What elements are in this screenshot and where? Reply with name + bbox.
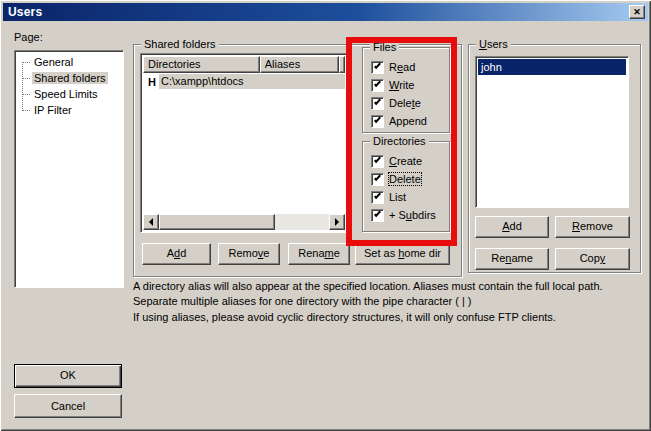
page-label: Page: [14,31,43,43]
directory-row[interactable]: H C:\xampp\htdocs [143,74,345,89]
checkbox-dirs-create[interactable]: Create [371,153,422,169]
alias-help-text: A directory alias will also appear at th… [133,279,649,309]
left-arrow-icon [149,218,153,226]
checkbox-icon[interactable] [371,173,384,186]
window-title: Users [3,5,42,19]
users-group-label: Users [476,37,511,51]
files-permissions-group: Files Read Write Delete Append [362,47,450,133]
home-dir-marker: H [148,76,159,88]
checkmark-icon [374,191,381,198]
page-item-general[interactable]: General [32,54,123,70]
add-user-button[interactable]: Add [475,216,549,238]
users-dialog: { "window": { "title": "Users", "close_g… [0,0,651,431]
cancel-button[interactable]: Cancel [14,394,122,418]
cyclic-help-text: If using aliases, please avoid cyclic di… [133,310,649,325]
checkbox-files-write[interactable]: Write [371,77,414,93]
checkmark-icon [374,79,381,86]
checkmark-icon [374,155,381,162]
tree-rail [22,62,23,111]
column-header-filler [339,56,345,73]
checkmark-icon [374,97,381,104]
checkbox-icon[interactable] [371,191,384,204]
checkbox-files-delete[interactable]: Delete [371,95,421,111]
checkmark-icon [374,61,381,68]
remove-directory-button[interactable]: Remove [218,243,280,265]
ok-button[interactable]: OK [14,364,122,388]
horizontal-scrollbar[interactable] [143,214,345,230]
close-button[interactable]: ✕ [629,5,645,19]
add-directory-button[interactable]: Add [142,243,211,265]
scrollbar-thumb[interactable] [159,214,275,230]
checkbox-dirs-delete[interactable]: Delete [371,171,421,187]
checkbox-dirs-list[interactable]: List [371,189,406,205]
users-group: Users john Add Remove Rename Copy [468,44,641,273]
close-icon: ✕ [633,8,641,17]
rename-user-button[interactable]: Rename [475,248,549,270]
copy-user-button[interactable]: Copy [555,248,630,270]
checkbox-files-append[interactable]: Append [371,113,427,129]
tree-connector-icon [22,94,30,95]
user-item-john[interactable]: john [478,59,626,75]
files-group-label: Files [370,40,399,54]
rename-directory-button[interactable]: Rename [288,243,350,265]
directories-permissions-group: Directories Create Delete List + Subdirs [362,141,450,232]
dialog-frame: Users ✕ Page: General Shared folders Spe… [0,0,651,431]
directories-listview[interactable]: Directories Aliases H C:\xampp\htdocs [140,53,348,233]
users-list[interactable]: john [475,56,629,208]
column-header-aliases[interactable]: Aliases [260,56,339,73]
page-tree: General Shared folders Speed Limits IP F… [14,50,124,288]
page-item-ip-filter[interactable]: IP Filter [32,102,123,118]
checkbox-icon[interactable] [371,79,384,92]
tree-connector-icon [22,78,30,79]
right-arrow-icon [335,218,339,226]
checkbox-icon[interactable] [371,209,384,222]
tree-connector-icon [22,62,30,63]
shared-folders-group-label: Shared folders [141,37,219,51]
checkmark-icon [374,173,381,180]
title-bar: Users ✕ [3,3,648,21]
column-header-directories[interactable]: Directories [143,56,260,73]
scroll-right-button[interactable] [329,214,345,230]
page-item-speed-limits[interactable]: Speed Limits [32,86,123,102]
remove-user-button[interactable]: Remove [555,216,630,238]
checkbox-files-read[interactable]: Read [371,59,415,75]
checkmark-icon [374,115,381,122]
tree-connector-icon [22,110,30,111]
listview-header-row: Directories Aliases [143,56,345,73]
page-item-shared-folders[interactable]: Shared folders [32,70,123,86]
checkbox-dirs-subdirs[interactable]: + Subdirs [371,207,436,223]
checkbox-icon[interactable] [371,115,384,128]
directory-path: C:\xampp\htdocs [159,74,345,89]
directories-group-label: Directories [370,134,429,148]
checkbox-icon[interactable] [371,61,384,74]
checkmark-icon [374,209,381,216]
set-as-home-dir-button[interactable]: Set as home dir [355,243,450,265]
checkbox-icon[interactable] [371,97,384,110]
checkbox-icon[interactable] [371,155,384,168]
scroll-left-button[interactable] [143,214,159,230]
